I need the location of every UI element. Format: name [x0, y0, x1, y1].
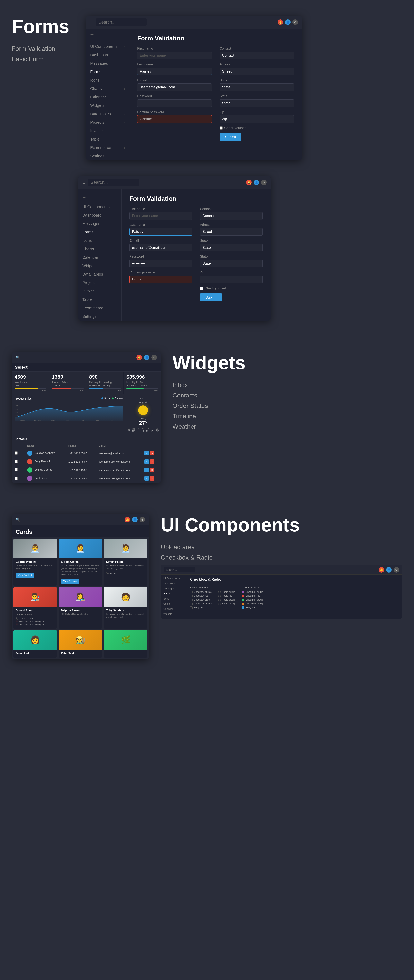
cb-notif-icon[interactable]: 🔔 — [379, 567, 384, 573]
sb2-ecommerce[interactable]: Ecommerce› — [78, 304, 121, 312]
user-icon[interactable]: 👤 — [285, 19, 290, 25]
checkbox[interactable] — [190, 591, 193, 593]
checkbox[interactable] — [190, 603, 193, 605]
sb2-ui-components[interactable]: UI Components› — [78, 203, 121, 211]
notification-icon-2[interactable]: 🔔 — [246, 180, 252, 185]
form2-password-input[interactable] — [129, 260, 192, 267]
cb-nav-ui-components[interactable]: UI Components — [161, 576, 186, 581]
delete-button[interactable]: ✕ — [150, 468, 154, 472]
sidebar-item-icons[interactable]: Icons — [86, 76, 129, 84]
sb2-table[interactable]: Table — [78, 295, 121, 304]
notif-icon[interactable]: 🔔 — [137, 355, 142, 360]
password-input[interactable] — [137, 99, 212, 107]
checkbox[interactable] — [190, 598, 193, 601]
cb-search-input[interactable] — [164, 568, 195, 572]
user-icon-w[interactable]: 👤 — [144, 355, 150, 360]
form2-email-input[interactable] — [129, 244, 192, 251]
sidebar-toggle-icon[interactable]: ☰ — [90, 20, 93, 24]
row-checkbox[interactable] — [14, 460, 18, 463]
sidebar-item-messages[interactable]: Messages — [86, 59, 129, 68]
settings-icon-2[interactable]: ⚙ — [261, 180, 267, 185]
radio-btn[interactable] — [218, 603, 221, 605]
sidebar-item-ui-components[interactable]: UI Components › — [86, 42, 129, 51]
form2-confirm-input[interactable] — [129, 275, 192, 283]
cb-nav-icons[interactable]: Icons — [161, 596, 186, 601]
sidebar-item-widgets[interactable]: Widgets — [86, 101, 129, 110]
notif-icon-c[interactable]: 🔔 — [125, 517, 130, 522]
settings-icon[interactable]: ⚙ — [293, 19, 298, 25]
forms-nav-validation[interactable]: Form Validation — [12, 45, 75, 52]
settings-icon-w[interactable]: ⚙ — [151, 355, 157, 360]
cb-nav-charts[interactable]: Charts — [161, 601, 186, 606]
elfrida-view-contact[interactable]: View Contact — [61, 579, 80, 584]
cb-nav-widgets[interactable]: Widgets — [161, 611, 186, 617]
edit-button[interactable]: ✏ — [145, 468, 149, 472]
sb2-charts[interactable]: Charts› — [78, 245, 121, 253]
row-checkbox[interactable] — [14, 452, 18, 455]
checkbox-sq[interactable] — [242, 595, 244, 597]
sidebar-item-projects[interactable]: Projects › — [86, 118, 129, 127]
form2-address-input[interactable] — [200, 228, 263, 235]
sb2-invoice[interactable]: Invoice — [78, 287, 121, 295]
cb-user-icon[interactable]: 👤 — [386, 567, 392, 573]
address-input[interactable] — [220, 68, 294, 75]
form2-check-yourself[interactable] — [200, 287, 203, 290]
sb2-dashboard[interactable]: Dashboard — [78, 211, 121, 220]
sidebar-toggle-icon[interactable]: ☰ — [82, 180, 86, 185]
lastname-input[interactable] — [137, 68, 212, 75]
form2-lastname-input[interactable] — [129, 228, 192, 235]
widgets-nav-order-status[interactable]: Order Status — [172, 402, 402, 409]
radio-btn[interactable] — [218, 595, 221, 597]
george-view-contact[interactable]: View Contact — [16, 573, 34, 578]
sb2-icons[interactable]: Icons — [78, 236, 121, 245]
widgets-nav-contacts[interactable]: Contacts — [172, 392, 402, 399]
radio-btn[interactable] — [218, 591, 221, 593]
checkbox[interactable] — [190, 595, 193, 597]
sb2-data-tables[interactable]: Data Tables› — [78, 270, 121, 278]
form2-zip-input[interactable] — [200, 275, 263, 283]
edit-button[interactable]: ✏ — [145, 451, 149, 455]
search-input-2[interactable] — [88, 179, 139, 186]
sidebar-item-forms[interactable]: Forms — [86, 68, 129, 76]
checkbox-sq[interactable] — [242, 603, 244, 605]
nav-upload-area[interactable]: Upload area — [161, 544, 402, 551]
state2-input[interactable] — [220, 99, 294, 107]
row-checkbox[interactable] — [14, 468, 18, 471]
radio-btn[interactable] — [218, 598, 221, 601]
cb-nav-calendar[interactable]: Calendar — [161, 606, 186, 611]
user-icon-c[interactable]: 👤 — [132, 517, 138, 522]
widgets-nav-timeline[interactable]: Timeline — [172, 412, 402, 420]
user-icon-2[interactable]: 👤 — [254, 180, 259, 185]
confirm-input[interactable] — [137, 115, 212, 123]
sidebar-item-ecommerce[interactable]: Ecommerce › — [86, 143, 129, 152]
delete-button[interactable]: ✕ — [150, 460, 154, 464]
notification-icon[interactable]: 🔔 — [277, 19, 283, 25]
check-yourself[interactable] — [220, 126, 223, 130]
widgets-nav-inbox[interactable]: Inbox — [172, 382, 402, 389]
sidebar-item-calendar[interactable]: Calendar — [86, 93, 129, 101]
row-checkbox[interactable] — [14, 477, 18, 480]
settings-icon-c[interactable]: ⚙ — [140, 517, 145, 522]
sb2-settings[interactable]: Settings — [78, 312, 121, 321]
sb2-messages[interactable]: Messages — [78, 220, 121, 228]
checkbox-sq[interactable] — [242, 591, 244, 593]
form2-submit-button[interactable]: Submit — [200, 293, 222, 301]
sb2-projects[interactable]: Projects› — [78, 278, 121, 287]
nav-checkbox-radio[interactable]: Checkbox & Radio — [161, 554, 402, 561]
sidebar-item-table[interactable]: Table — [86, 135, 129, 143]
sidebar-item-charts[interactable]: Charts › — [86, 84, 129, 93]
sidebar-item-invoice[interactable]: Invoice — [86, 127, 129, 135]
form2-firstname-input[interactable] — [129, 212, 192, 220]
edit-button[interactable]: ✏ — [145, 476, 149, 480]
cb-nav-messages[interactable]: Messages — [161, 586, 186, 591]
zip-input[interactable] — [220, 115, 294, 123]
state1-input[interactable] — [220, 83, 294, 91]
form2-state1-input[interactable] — [200, 244, 263, 251]
sidebar-item-dashboard[interactable]: Dashboard — [86, 51, 129, 59]
sidebar-item-settings[interactable]: Settings — [86, 152, 129, 160]
checkbox[interactable] — [190, 606, 193, 609]
sidebar-item-data-tables[interactable]: Data Tables › — [86, 110, 129, 118]
sb2-calendar[interactable]: Calendar — [78, 253, 121, 262]
search-input[interactable] — [96, 18, 146, 26]
cb-settings-icon[interactable]: ⚙ — [393, 567, 399, 573]
